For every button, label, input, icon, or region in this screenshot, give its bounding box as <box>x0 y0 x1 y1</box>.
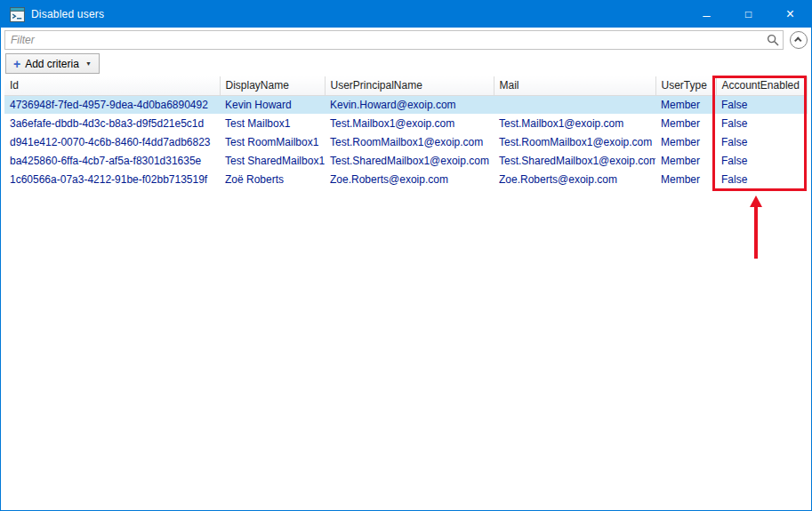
cell-mail: Test.RoomMailbox1@exoip.com <box>494 132 655 151</box>
table-row[interactable]: 3a6efafe-dbdb-4d3c-b8a3-d9f5d21e5c1d Tes… <box>4 114 808 132</box>
cell-filler <box>807 132 808 151</box>
cell-accountenabled: False <box>716 132 807 151</box>
table-row[interactable]: 4736948f-7fed-4957-9dea-4d0ba6890492 Kev… <box>4 95 808 114</box>
cell-displayname: Zoë Roberts <box>220 170 325 188</box>
add-criteria-button[interactable]: + Add criteria ▼ <box>5 53 100 74</box>
table-row[interactable]: d941e412-0070-4c6b-8460-f4dd7adb6823 Tes… <box>4 132 808 151</box>
column-header-id[interactable]: Id <box>4 76 220 95</box>
cell-id: 4736948f-7fed-4957-9dea-4d0ba6890492 <box>4 95 220 114</box>
cell-mail: Test.SharedMailbox1@exoip.com <box>494 151 655 170</box>
cell-mail: Test.Mailbox1@exoip.com <box>494 114 655 132</box>
collapse-criteria-button[interactable] <box>790 31 808 49</box>
cell-filler <box>807 151 808 170</box>
cell-mail <box>494 95 655 114</box>
cell-displayname: Test Mailbox1 <box>220 114 325 132</box>
column-header-filler <box>807 76 808 95</box>
criteria-bar: + Add criteria ▼ <box>5 53 100 75</box>
cell-usertype: Member <box>655 132 716 151</box>
users-table: Id DisplayName UserPrincipalName Mail Us… <box>4 76 808 188</box>
cell-displayname: Test RoomMailbox1 <box>220 132 325 151</box>
cell-filler <box>807 170 808 188</box>
cell-accountenabled: False <box>716 151 807 170</box>
column-header-usertype[interactable]: UserType <box>655 76 716 95</box>
close-button[interactable]: × <box>769 1 811 28</box>
cell-id: d941e412-0070-4c6b-8460-f4dd7adb6823 <box>4 132 220 151</box>
table-row[interactable]: 1c60566a-07a3-4212-91be-f02bb713519f Zoë… <box>4 170 808 188</box>
cell-accountenabled: False <box>716 114 807 132</box>
column-header-displayname[interactable]: DisplayName <box>220 76 325 95</box>
cell-id: 1c60566a-07a3-4212-91be-f02bb713519f <box>4 170 220 188</box>
cell-userprincipalname: Kevin.Howard@exoip.com <box>325 95 494 114</box>
search-icon <box>767 34 779 46</box>
cell-usertype: Member <box>655 114 716 132</box>
maximize-button[interactable]: □ <box>728 1 769 28</box>
dropdown-caret-icon: ▼ <box>85 60 92 67</box>
cell-userprincipalname: Zoe.Roberts@exoip.com <box>325 170 494 188</box>
cell-filler <box>807 95 808 114</box>
plus-icon: + <box>13 58 20 70</box>
window-title: Disabled users <box>31 8 104 20</box>
cell-usertype: Member <box>655 170 716 188</box>
minimize-button[interactable]: – <box>686 1 728 28</box>
column-header-userprincipalname[interactable]: UserPrincipalName <box>325 76 494 95</box>
results-grid: Id DisplayName UserPrincipalName Mail Us… <box>4 76 808 507</box>
chevron-up-icon <box>794 36 801 44</box>
cell-userprincipalname: Test.Mailbox1@exoip.com <box>325 114 494 132</box>
add-criteria-label: Add criteria <box>25 58 79 70</box>
cell-usertype: Member <box>655 95 716 114</box>
cell-userprincipalname: Test.SharedMailbox1@exoip.com <box>325 151 494 170</box>
cell-displayname: Kevin Howard <box>220 95 325 114</box>
cell-userprincipalname: Test.RoomMailbox1@exoip.com <box>325 132 494 151</box>
app-icon <box>10 7 25 22</box>
titlebar: Disabled users – □ × <box>1 1 811 28</box>
cell-accountenabled: False <box>716 95 807 114</box>
cell-accountenabled: False <box>716 170 807 188</box>
cell-id: ba425860-6ffa-4cb7-af5a-f8301d31635e <box>4 151 220 170</box>
filter-input[interactable] <box>4 30 784 50</box>
cell-mail: Zoe.Roberts@exoip.com <box>494 170 655 188</box>
cell-filler <box>807 114 808 132</box>
header-row: Id DisplayName UserPrincipalName Mail Us… <box>4 76 808 95</box>
window-controls: – □ × <box>686 1 811 28</box>
table-row[interactable]: ba425860-6ffa-4cb7-af5a-f8301d31635e Tes… <box>4 151 808 170</box>
cell-id: 3a6efafe-dbdb-4d3c-b8a3-d9f5d21e5c1d <box>4 114 220 132</box>
filter-bar <box>4 28 808 52</box>
filter-input-wrap <box>4 30 784 50</box>
cell-displayname: Test SharedMailbox1 <box>220 151 325 170</box>
cell-usertype: Member <box>655 151 716 170</box>
app-window: Disabled users – □ × + Add criteria ▼ <box>0 0 812 511</box>
column-header-mail[interactable]: Mail <box>494 76 655 95</box>
column-header-accountenabled[interactable]: AccountEnabled <box>716 76 807 95</box>
